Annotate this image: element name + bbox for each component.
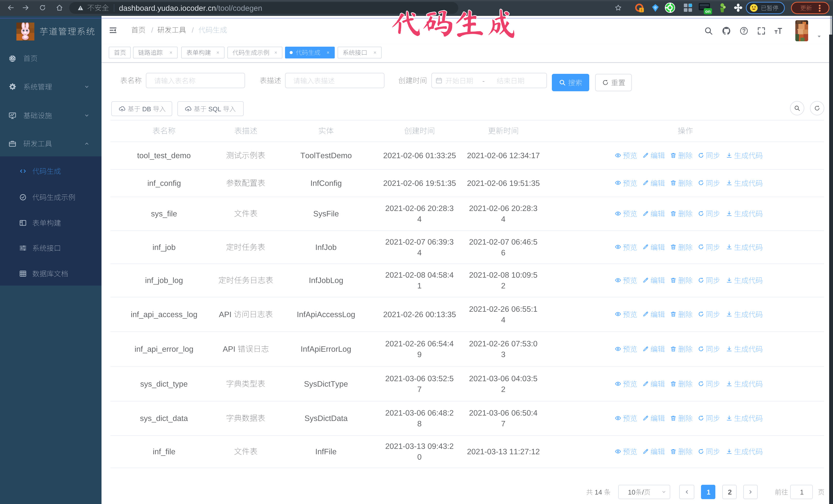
svg-text:1: 1 [641, 8, 643, 12]
svg-text:on: on [705, 9, 711, 14]
